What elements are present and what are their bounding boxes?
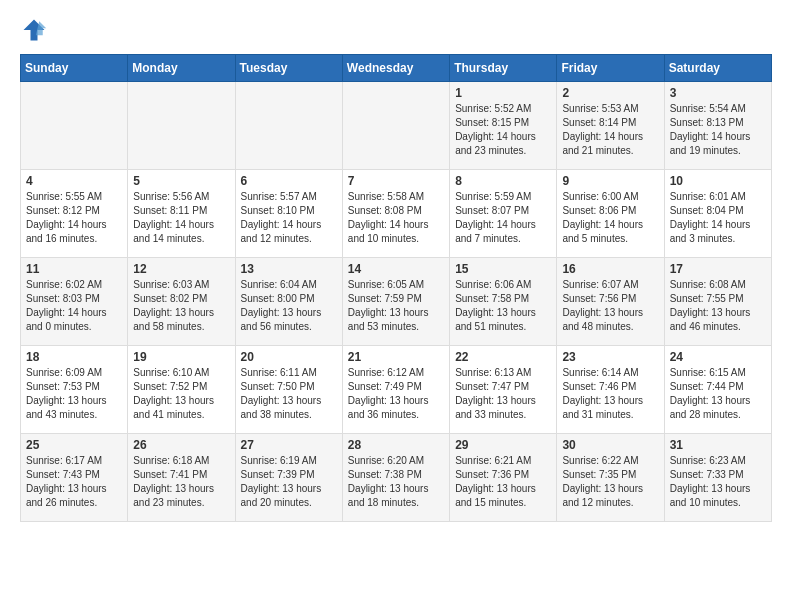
day-number: 28: [348, 438, 444, 452]
day-content: Sunrise: 6:13 AM Sunset: 7:47 PM Dayligh…: [455, 366, 551, 422]
day-content: Sunrise: 5:57 AM Sunset: 8:10 PM Dayligh…: [241, 190, 337, 246]
calendar-cell: 2Sunrise: 5:53 AM Sunset: 8:14 PM Daylig…: [557, 82, 664, 170]
day-number: 23: [562, 350, 658, 364]
day-number: 24: [670, 350, 766, 364]
calendar-cell: [21, 82, 128, 170]
day-content: Sunrise: 6:10 AM Sunset: 7:52 PM Dayligh…: [133, 366, 229, 422]
day-number: 6: [241, 174, 337, 188]
day-content: Sunrise: 6:03 AM Sunset: 8:02 PM Dayligh…: [133, 278, 229, 334]
calendar-cell: 7Sunrise: 5:58 AM Sunset: 8:08 PM Daylig…: [342, 170, 449, 258]
day-content: Sunrise: 5:59 AM Sunset: 8:07 PM Dayligh…: [455, 190, 551, 246]
header-monday: Monday: [128, 55, 235, 82]
day-number: 2: [562, 86, 658, 100]
logo: [20, 16, 52, 44]
calendar-cell: 1Sunrise: 5:52 AM Sunset: 8:15 PM Daylig…: [450, 82, 557, 170]
day-number: 18: [26, 350, 122, 364]
day-content: Sunrise: 6:04 AM Sunset: 8:00 PM Dayligh…: [241, 278, 337, 334]
calendar-cell: 16Sunrise: 6:07 AM Sunset: 7:56 PM Dayli…: [557, 258, 664, 346]
day-number: 5: [133, 174, 229, 188]
day-number: 8: [455, 174, 551, 188]
day-number: 27: [241, 438, 337, 452]
day-content: Sunrise: 5:55 AM Sunset: 8:12 PM Dayligh…: [26, 190, 122, 246]
calendar-cell: 10Sunrise: 6:01 AM Sunset: 8:04 PM Dayli…: [664, 170, 771, 258]
day-content: Sunrise: 6:12 AM Sunset: 7:49 PM Dayligh…: [348, 366, 444, 422]
calendar-cell: 4Sunrise: 5:55 AM Sunset: 8:12 PM Daylig…: [21, 170, 128, 258]
day-content: Sunrise: 6:11 AM Sunset: 7:50 PM Dayligh…: [241, 366, 337, 422]
day-content: Sunrise: 6:09 AM Sunset: 7:53 PM Dayligh…: [26, 366, 122, 422]
day-content: Sunrise: 6:14 AM Sunset: 7:46 PM Dayligh…: [562, 366, 658, 422]
day-content: Sunrise: 5:53 AM Sunset: 8:14 PM Dayligh…: [562, 102, 658, 158]
day-number: 17: [670, 262, 766, 276]
calendar-cell: 6Sunrise: 5:57 AM Sunset: 8:10 PM Daylig…: [235, 170, 342, 258]
calendar-body: 1Sunrise: 5:52 AM Sunset: 8:15 PM Daylig…: [21, 82, 772, 522]
header-tuesday: Tuesday: [235, 55, 342, 82]
calendar-cell: 17Sunrise: 6:08 AM Sunset: 7:55 PM Dayli…: [664, 258, 771, 346]
day-content: Sunrise: 5:54 AM Sunset: 8:13 PM Dayligh…: [670, 102, 766, 158]
day-number: 20: [241, 350, 337, 364]
day-content: Sunrise: 5:58 AM Sunset: 8:08 PM Dayligh…: [348, 190, 444, 246]
week-row-2: 4Sunrise: 5:55 AM Sunset: 8:12 PM Daylig…: [21, 170, 772, 258]
day-content: Sunrise: 5:52 AM Sunset: 8:15 PM Dayligh…: [455, 102, 551, 158]
calendar-header: SundayMondayTuesdayWednesdayThursdayFrid…: [21, 55, 772, 82]
calendar-cell: 15Sunrise: 6:06 AM Sunset: 7:58 PM Dayli…: [450, 258, 557, 346]
day-number: 7: [348, 174, 444, 188]
day-content: Sunrise: 5:56 AM Sunset: 8:11 PM Dayligh…: [133, 190, 229, 246]
calendar-cell: 13Sunrise: 6:04 AM Sunset: 8:00 PM Dayli…: [235, 258, 342, 346]
calendar-cell: [128, 82, 235, 170]
calendar-cell: 5Sunrise: 5:56 AM Sunset: 8:11 PM Daylig…: [128, 170, 235, 258]
day-number: 11: [26, 262, 122, 276]
week-row-4: 18Sunrise: 6:09 AM Sunset: 7:53 PM Dayli…: [21, 346, 772, 434]
day-number: 31: [670, 438, 766, 452]
day-content: Sunrise: 6:20 AM Sunset: 7:38 PM Dayligh…: [348, 454, 444, 510]
day-content: Sunrise: 6:21 AM Sunset: 7:36 PM Dayligh…: [455, 454, 551, 510]
week-row-3: 11Sunrise: 6:02 AM Sunset: 8:03 PM Dayli…: [21, 258, 772, 346]
calendar-cell: 29Sunrise: 6:21 AM Sunset: 7:36 PM Dayli…: [450, 434, 557, 522]
day-content: Sunrise: 6:22 AM Sunset: 7:35 PM Dayligh…: [562, 454, 658, 510]
day-number: 12: [133, 262, 229, 276]
calendar-cell: 3Sunrise: 5:54 AM Sunset: 8:13 PM Daylig…: [664, 82, 771, 170]
day-number: 14: [348, 262, 444, 276]
day-number: 4: [26, 174, 122, 188]
calendar-cell: 9Sunrise: 6:00 AM Sunset: 8:06 PM Daylig…: [557, 170, 664, 258]
calendar-cell: 12Sunrise: 6:03 AM Sunset: 8:02 PM Dayli…: [128, 258, 235, 346]
day-content: Sunrise: 6:19 AM Sunset: 7:39 PM Dayligh…: [241, 454, 337, 510]
day-content: Sunrise: 6:07 AM Sunset: 7:56 PM Dayligh…: [562, 278, 658, 334]
day-number: 29: [455, 438, 551, 452]
header-wednesday: Wednesday: [342, 55, 449, 82]
header-saturday: Saturday: [664, 55, 771, 82]
day-number: 26: [133, 438, 229, 452]
day-content: Sunrise: 6:01 AM Sunset: 8:04 PM Dayligh…: [670, 190, 766, 246]
logo-icon: [20, 16, 48, 44]
day-content: Sunrise: 6:02 AM Sunset: 8:03 PM Dayligh…: [26, 278, 122, 334]
calendar-cell: 31Sunrise: 6:23 AM Sunset: 7:33 PM Dayli…: [664, 434, 771, 522]
day-number: 1: [455, 86, 551, 100]
day-number: 15: [455, 262, 551, 276]
calendar-cell: [342, 82, 449, 170]
calendar-cell: [235, 82, 342, 170]
header-sunday: Sunday: [21, 55, 128, 82]
calendar-cell: 30Sunrise: 6:22 AM Sunset: 7:35 PM Dayli…: [557, 434, 664, 522]
day-number: 9: [562, 174, 658, 188]
day-number: 25: [26, 438, 122, 452]
calendar-cell: 11Sunrise: 6:02 AM Sunset: 8:03 PM Dayli…: [21, 258, 128, 346]
day-number: 21: [348, 350, 444, 364]
header: [20, 16, 772, 44]
week-row-1: 1Sunrise: 5:52 AM Sunset: 8:15 PM Daylig…: [21, 82, 772, 170]
day-content: Sunrise: 6:17 AM Sunset: 7:43 PM Dayligh…: [26, 454, 122, 510]
calendar-cell: 22Sunrise: 6:13 AM Sunset: 7:47 PM Dayli…: [450, 346, 557, 434]
header-row: SundayMondayTuesdayWednesdayThursdayFrid…: [21, 55, 772, 82]
day-number: 19: [133, 350, 229, 364]
calendar-cell: 18Sunrise: 6:09 AM Sunset: 7:53 PM Dayli…: [21, 346, 128, 434]
day-content: Sunrise: 6:18 AM Sunset: 7:41 PM Dayligh…: [133, 454, 229, 510]
header-thursday: Thursday: [450, 55, 557, 82]
day-content: Sunrise: 6:15 AM Sunset: 7:44 PM Dayligh…: [670, 366, 766, 422]
calendar-table: SundayMondayTuesdayWednesdayThursdayFrid…: [20, 54, 772, 522]
week-row-5: 25Sunrise: 6:17 AM Sunset: 7:43 PM Dayli…: [21, 434, 772, 522]
day-number: 13: [241, 262, 337, 276]
calendar-cell: 20Sunrise: 6:11 AM Sunset: 7:50 PM Dayli…: [235, 346, 342, 434]
calendar-cell: 8Sunrise: 5:59 AM Sunset: 8:07 PM Daylig…: [450, 170, 557, 258]
calendar-cell: 28Sunrise: 6:20 AM Sunset: 7:38 PM Dayli…: [342, 434, 449, 522]
calendar-cell: 23Sunrise: 6:14 AM Sunset: 7:46 PM Dayli…: [557, 346, 664, 434]
day-content: Sunrise: 6:23 AM Sunset: 7:33 PM Dayligh…: [670, 454, 766, 510]
day-content: Sunrise: 6:05 AM Sunset: 7:59 PM Dayligh…: [348, 278, 444, 334]
